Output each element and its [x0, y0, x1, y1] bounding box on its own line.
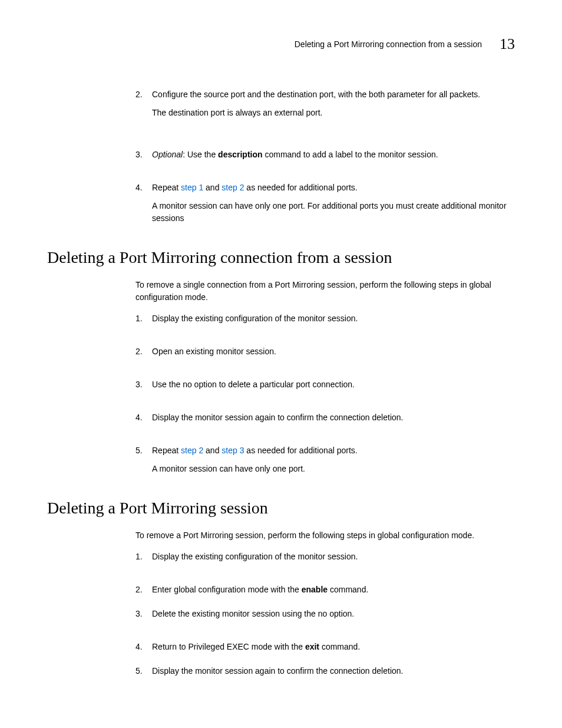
list-item: 5. Repeat step 2 and step 3 as needed fo… — [135, 444, 515, 475]
item-subtext: A monitor session can have only one port… — [152, 200, 515, 225]
item-text: command. — [328, 585, 368, 594]
item-body: Delete the existing monitor session usin… — [152, 608, 515, 620]
item-body: Use the no option to delete a particular… — [152, 378, 515, 391]
item-number: 2. — [135, 584, 146, 596]
section1-content: To remove a single connection from a Por… — [135, 279, 515, 475]
list-item: 2. Open an existing monitor session. — [135, 345, 515, 358]
item-text: as needed for additional ports. — [244, 183, 357, 192]
item-number: 4. — [135, 411, 146, 424]
header-title: Deleting a Port Mirroring connection fro… — [295, 39, 482, 49]
section-intro: To remove a single connection from a Por… — [135, 279, 515, 304]
list-item: 2. Configure the source port and the des… — [135, 88, 515, 119]
item-number: 5. — [135, 665, 146, 677]
item-body: Display the monitor session again to con… — [152, 665, 515, 677]
list-item: 3. Optional: Use the description command… — [135, 149, 515, 161]
list-item: 1. Display the existing configuration of… — [135, 551, 515, 563]
item-body: Optional: Use the description command to… — [152, 149, 515, 161]
item-number: 3. — [135, 149, 146, 161]
item-text: command. — [319, 642, 360, 651]
item-text: as needed for additional ports. — [244, 446, 357, 455]
item-subtext: A monitor session can have only one port… — [152, 463, 515, 475]
item-number: 1. — [135, 312, 146, 325]
item-text: command to add a label to the monitor se… — [263, 150, 438, 159]
item-number: 3. — [135, 378, 146, 391]
list-item: 4. Display the monitor session again to … — [135, 411, 515, 424]
item-number: 4. — [135, 182, 146, 225]
command-name: exit — [305, 642, 319, 651]
item-number: 3. — [135, 608, 146, 620]
section-heading: Deleting a Port Mirroring connection fro… — [47, 248, 515, 267]
top-list: 2. Configure the source port and the des… — [135, 88, 515, 225]
section-intro: To remove a Port Mirroring session, perf… — [135, 529, 515, 542]
list-item: 4. Repeat step 1 and step 2 as needed fo… — [135, 182, 515, 225]
item-body: Display the monitor session again to con… — [152, 411, 515, 424]
optional-label: Optional — [152, 150, 183, 159]
item-text: Repeat — [152, 446, 181, 455]
step-link[interactable]: step 1 — [181, 183, 203, 192]
step-link[interactable]: step 3 — [222, 446, 244, 455]
step-link[interactable]: step 2 — [181, 446, 203, 455]
item-number: 2. — [135, 88, 146, 119]
item-text: Configure the source port and the destin… — [152, 90, 480, 99]
list-item: 2. Enter global configuration mode with … — [135, 584, 515, 596]
section-heading: Deleting a Port Mirroring session — [47, 499, 515, 518]
list-item: 1. Display the existing configuration of… — [135, 312, 515, 325]
item-body: Display the existing configuration of th… — [152, 312, 515, 325]
list-item: 5. Display the monitor session again to … — [135, 665, 515, 677]
item-body: Return to Privileged EXEC mode with the … — [152, 641, 515, 653]
page-header: Deleting a Port Mirroring connection fro… — [47, 35, 515, 53]
item-body: Display the existing configuration of th… — [152, 551, 515, 563]
item-text: and — [203, 183, 222, 192]
page: Deleting a Port Mirroring connection fro… — [0, 0, 562, 724]
section2-content: To remove a Port Mirroring session, perf… — [135, 529, 515, 677]
item-number: 2. — [135, 345, 146, 358]
item-text: and — [203, 446, 222, 455]
command-name: description — [218, 150, 262, 159]
item-body: Open an existing monitor session. — [152, 345, 515, 358]
list-item: 4. Return to Privileged EXEC mode with t… — [135, 641, 515, 653]
page-number: 13 — [500, 35, 515, 53]
item-number: 1. — [135, 551, 146, 563]
item-number: 4. — [135, 641, 146, 653]
item-text: Repeat — [152, 183, 181, 192]
item-body: Repeat step 2 and step 3 as needed for a… — [152, 444, 515, 475]
item-subtext: The destination port is always an extern… — [152, 107, 515, 119]
list-item: 3. Use the no option to delete a particu… — [135, 378, 515, 391]
item-text: Enter global configuration mode with the — [152, 585, 302, 594]
item-body: Configure the source port and the destin… — [152, 88, 515, 119]
item-text: Return to Privileged EXEC mode with the — [152, 642, 305, 651]
command-name: enable — [302, 585, 328, 594]
item-number: 5. — [135, 444, 146, 475]
list-item: 3. Delete the existing monitor session u… — [135, 608, 515, 620]
step-link[interactable]: step 2 — [222, 183, 244, 192]
item-body: Enter global configuration mode with the… — [152, 584, 515, 596]
item-body: Repeat step 1 and step 2 as needed for a… — [152, 182, 515, 225]
item-text: : Use the — [183, 150, 218, 159]
